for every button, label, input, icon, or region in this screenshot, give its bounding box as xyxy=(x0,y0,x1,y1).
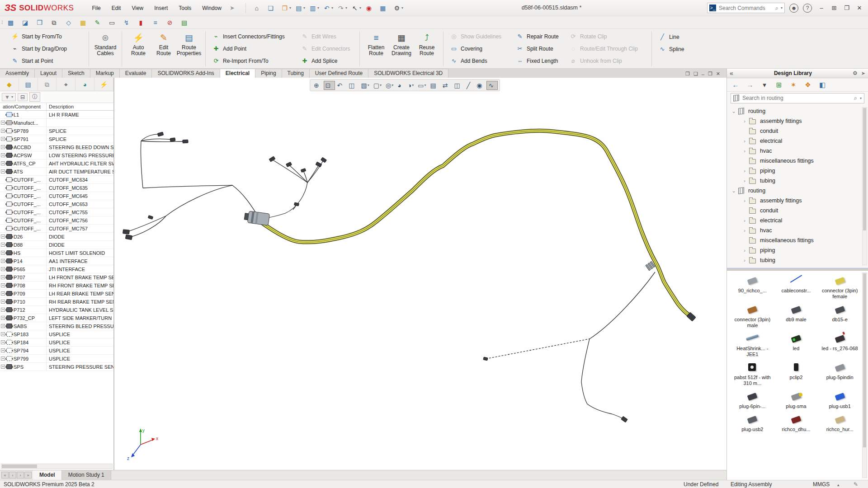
graphics-viewport[interactable]: y x z ⊕ ▾ ⊡ ▾ ↶ ▾ xyxy=(114,78,726,470)
move-with-triad-icon[interactable]: ⇄ ▾ xyxy=(441,81,452,90)
component-row[interactable]: + CUTOFF_... CUTOFF_MC757 xyxy=(0,225,113,233)
ribbon-tab[interactable]: Markup xyxy=(90,69,120,78)
menu-item[interactable]: Edit xyxy=(106,3,127,13)
first-tab-icon[interactable]: « xyxy=(1,472,9,479)
component-row[interactable]: + ACPSW LOW STEERING PRESSURE SW xyxy=(0,151,113,160)
expand-icon[interactable]: + xyxy=(1,169,5,174)
panel-pin-icon[interactable]: ➤ xyxy=(861,70,865,76)
traffic-light-icon[interactable]: ◉ ▾ xyxy=(363,3,377,13)
component-row[interactable]: + ATFS_CP AHT HYDRAULIC FILTER SW xyxy=(0,160,113,168)
tree-chevron-icon[interactable]: › xyxy=(742,148,747,154)
column-header-component[interactable]: ation/Component xyxy=(0,103,47,110)
library-item[interactable]: led - rs_276-068 xyxy=(818,332,862,358)
expand-icon[interactable]: + xyxy=(1,308,5,312)
dropdown-caret-icon[interactable]: ▾ xyxy=(401,6,403,10)
bom-table-icon[interactable]: ▦ xyxy=(77,18,89,28)
ribbon-button[interactable]: ⟳Rotate Clip xyxy=(567,31,647,43)
ribbon-button[interactable]: ◎Show Guidelines xyxy=(448,31,509,43)
user-profile-icon[interactable]: ☻ xyxy=(789,4,798,13)
component-row[interactable]: + SP794 USPLICE xyxy=(0,347,113,355)
component-row[interactable]: + CUTOFF_... CUTOFF_MC635 xyxy=(0,184,113,192)
component-row[interactable]: + SP184 USPLICE xyxy=(0,338,113,347)
home-icon[interactable]: ⌂ ▾ xyxy=(251,3,264,13)
ribbon-button[interactable]: ✂Split Route xyxy=(514,43,562,55)
tree-vscrollbar[interactable] xyxy=(862,107,867,265)
component-row[interactable]: + SP791 SPLICE xyxy=(0,135,113,143)
cascade-icon[interactable]: ❏ xyxy=(693,71,698,77)
search-caret-icon[interactable]: ▾ xyxy=(781,6,783,10)
new-document-icon[interactable]: ❏ ▾ xyxy=(265,3,278,13)
ribbon-tab[interactable]: Tubing xyxy=(282,69,310,78)
grid-icon[interactable]: ▤ xyxy=(179,18,190,28)
close-icon[interactable]: ✕ xyxy=(854,5,864,11)
back-icon[interactable]: ← xyxy=(731,81,740,89)
library-item[interactable]: richco_dhu... xyxy=(774,413,818,433)
tree-chevron-icon[interactable]: › xyxy=(742,168,747,174)
properties-icon[interactable]: ▦ ▾ xyxy=(377,3,391,13)
dropdown-caret-icon[interactable]: ▾ xyxy=(424,83,426,87)
configurations-tab-icon[interactable]: ⧉ xyxy=(38,78,57,91)
wire-list-icon[interactable]: ≡ xyxy=(150,18,161,28)
expand-icon[interactable]: + xyxy=(1,137,5,141)
component-row[interactable]: + HS HOIST LIMIT SOLENOID xyxy=(0,249,113,257)
prev-tab-icon[interactable]: ‹ xyxy=(9,472,16,479)
library-item[interactable]: plug-sma xyxy=(774,390,818,410)
minimize-icon[interactable]: – xyxy=(816,5,826,11)
ribbon-tab[interactable]: SOLIDWORKS Electrical 3D xyxy=(368,69,448,78)
undo-icon[interactable]: ↶ ▾ xyxy=(321,3,335,13)
insert-connector-icon[interactable]: ↯ xyxy=(121,18,132,28)
ribbon-button[interactable]: ▦Create Drawing xyxy=(389,31,414,67)
feature-tree-tab-icon[interactable]: ▤ xyxy=(19,78,38,91)
collapse-panel-icon[interactable]: « xyxy=(730,70,733,77)
component-row[interactable]: + SP789 SPLICE xyxy=(0,127,113,135)
ribbon-tab[interactable]: Evaluate xyxy=(120,69,152,78)
expand-icon[interactable]: + xyxy=(1,365,5,369)
menu-item[interactable]: Window xyxy=(197,3,227,13)
component-row[interactable]: + SP183 USPLICE xyxy=(0,330,113,338)
ribbon-button[interactable]: ⊛Standard Cables xyxy=(93,31,118,67)
units-caret-icon[interactable]: ▴ xyxy=(837,483,840,487)
filter-funnel-button[interactable]: ▼▾ xyxy=(2,93,16,101)
ribbon-tab[interactable]: SOLIDWORKS Add-Ins xyxy=(152,69,220,78)
tree-display-button[interactable]: ⊟ xyxy=(18,93,28,101)
ribbon-button[interactable]: ⌁Insert Connectors/Fittings xyxy=(210,31,293,43)
library-item[interactable]: HeatShrink... - JEE1 xyxy=(731,332,774,358)
ribbon-button[interactable]: ⇔Fixed Length xyxy=(514,55,562,67)
electrical-layers-icon[interactable]: ▩ xyxy=(5,18,17,28)
view-orientation-icon[interactable]: ▧ ▾ xyxy=(359,81,371,90)
library-search-input[interactable] xyxy=(741,94,852,102)
component-row[interactable]: + D88 DIODE xyxy=(0,241,113,249)
forbid-icon[interactable]: ⊘ xyxy=(164,18,176,28)
menu-item[interactable]: Tools xyxy=(173,3,197,13)
library-search-caret-icon[interactable]: ▾ xyxy=(860,96,862,100)
tree-chevron-icon[interactable]: › xyxy=(742,218,747,223)
save-icon[interactable]: ▤ ▾ xyxy=(293,3,307,13)
ribbon-button[interactable]: ▭Covering xyxy=(448,43,509,55)
library-item[interactable]: db15-e xyxy=(818,303,862,329)
ribbon-button[interactable]: ⟳Re-Import From/To xyxy=(210,55,293,67)
edit-appearance-icon[interactable]: ◕ ▾ xyxy=(396,81,405,90)
component-row[interactable]: + SP799 USPLICE xyxy=(0,355,113,363)
component-row[interactable]: + L1 LH R FRAME xyxy=(0,111,113,119)
menu-item[interactable]: File xyxy=(86,3,106,13)
dropdown-caret-icon[interactable]: ▾ xyxy=(303,6,305,10)
tree-item[interactable]: › electrical xyxy=(727,216,868,225)
ribbon-button[interactable]: ✚Add Splice xyxy=(299,55,355,67)
assembly-tab-icon[interactable]: ◆ xyxy=(0,78,19,91)
menu-pin-icon[interactable]: ➤ xyxy=(230,5,235,11)
component-row[interactable]: + P712 HYDRAULIC TANK LEVEL SE xyxy=(0,306,113,314)
tree-chevron-icon[interactable]: › xyxy=(742,178,747,183)
expand-icon[interactable]: + xyxy=(1,235,5,239)
toolbar-grip[interactable]: ⁞⁞ xyxy=(1,20,2,25)
ribbon-button[interactable]: ⚡Start by From/To xyxy=(9,31,84,43)
cable-links-icon[interactable]: ⧉ xyxy=(48,18,60,28)
component-row[interactable]: + P709 LH REAR BRAKE TEMP SENS xyxy=(0,290,113,298)
library-item[interactable]: plug-usb2 xyxy=(731,413,774,433)
expand-icon[interactable]: + xyxy=(1,267,5,271)
axes-visibility-icon[interactable]: ╱ ▾ xyxy=(465,81,474,90)
tree-chevron-icon[interactable]: › xyxy=(742,138,747,144)
model-tab[interactable]: Motion Study 1 xyxy=(62,470,111,480)
library-item[interactable]: plug-6pin-... xyxy=(731,390,774,410)
options-gear-icon[interactable]: ⚙ ▾ xyxy=(392,3,405,13)
info-button[interactable]: ⓘ xyxy=(29,92,40,102)
